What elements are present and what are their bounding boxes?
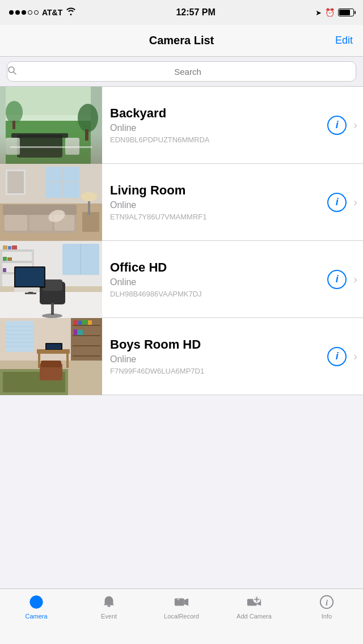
camera-list: Backyard Online EDN9BL6PDPUZTN6MMRDA i ›: [0, 87, 363, 395]
camera-actions-backyard: i ›: [327, 116, 363, 135]
location-icon: ➤: [315, 9, 322, 17]
camera-name-office: Office HD: [110, 260, 319, 275]
svg-rect-15: [85, 129, 88, 141]
camera-id-office: DLH98B46986VAAPMK7DJ: [110, 290, 319, 298]
nav-bar: Camera List Edit: [0, 25, 363, 57]
svg-rect-6: [0, 87, 6, 164]
svg-rect-43: [12, 245, 17, 249]
camera-thumb-livingroom: [0, 164, 102, 241]
svg-point-13: [78, 104, 98, 132]
svg-rect-88: [47, 344, 61, 349]
svg-rect-77: [74, 329, 77, 335]
search-bar[interactable]: [7, 61, 356, 82]
camera-info-office: Office HD Online DLH98B46986VAAPMK7DJ: [102, 253, 327, 305]
battery-icon: [338, 9, 354, 16]
svg-rect-10: [11, 133, 68, 138]
camera-id-backyard: EDN9BL6PDPUZTN6MMRDA: [110, 135, 319, 144]
svg-rect-37: [0, 261, 34, 263]
svg-rect-9: [17, 135, 62, 158]
camera-info-backyard: Backyard Online EDN9BL6PDPUZTN6MMRDA: [102, 99, 327, 151]
info-button-livingroom[interactable]: i: [327, 193, 347, 212]
svg-rect-8: [6, 121, 91, 164]
camera-item-livingroom[interactable]: Living Room Online ETN9AL7Y86U7VMAMMRF1 …: [0, 164, 363, 241]
empty-area: [0, 395, 363, 541]
svg-point-97: [178, 598, 180, 600]
svg-rect-61: [6, 321, 34, 352]
svg-rect-75: [82, 320, 87, 325]
camera-item-boysroom[interactable]: Boys Room HD Online F7N99F46DW6LUA6MP7D1…: [0, 318, 363, 395]
svg-rect-70: [73, 335, 100, 336]
camera-item-backyard[interactable]: Backyard Online EDN9BL6PDPUZTN6MMRDA i ›: [0, 87, 363, 164]
clock-icon: ⏰: [325, 8, 335, 17]
svg-rect-78: [78, 330, 83, 335]
svg-point-92: [35, 600, 38, 604]
tab-localrecord[interactable]: LocalRecord: [145, 594, 218, 620]
edit-button[interactable]: Edit: [335, 35, 353, 46]
svg-point-14: [6, 101, 23, 124]
svg-rect-41: [3, 245, 7, 249]
svg-text:i: i: [326, 598, 328, 607]
svg-rect-95: [175, 598, 184, 605]
svg-rect-56: [14, 287, 40, 292]
svg-rect-12: [65, 138, 79, 155]
camera-actions-office: i ›: [327, 270, 363, 289]
tab-info[interactable]: i Info: [290, 594, 363, 620]
svg-marker-96: [184, 598, 188, 605]
camera-thumb-boysroom: [0, 318, 102, 395]
svg-line-1: [14, 72, 16, 74]
chevron-backyard: ›: [353, 118, 357, 132]
svg-rect-86: [41, 361, 61, 367]
signal-dots: [9, 10, 39, 15]
svg-rect-31: [82, 212, 99, 232]
info-tab-icon: i: [318, 594, 335, 611]
svg-rect-50: [51, 303, 54, 315]
camera-actions-boysroom: i ›: [327, 347, 363, 366]
carrier-label: AT&T: [42, 8, 62, 17]
svg-rect-73: [74, 320, 78, 325]
event-tab-label: Event: [101, 613, 117, 620]
localrecord-tab-icon: [173, 594, 190, 611]
svg-rect-74: [78, 321, 82, 325]
camera-actions-livingroom: i ›: [327, 193, 363, 212]
wifi-icon: [66, 7, 76, 18]
svg-rect-23: [7, 171, 24, 193]
tab-addcamera[interactable]: Add Camera: [218, 594, 290, 620]
dot-3: [22, 10, 26, 15]
camera-tab-label: Camera: [25, 613, 47, 620]
camera-name-boysroom: Boys Room HD: [110, 337, 319, 352]
chevron-office: ›: [353, 273, 357, 286]
camera-status-backyard: Online: [110, 123, 319, 133]
svg-rect-53: [15, 268, 44, 286]
svg-rect-76: [88, 320, 92, 325]
svg-rect-72: [73, 355, 100, 357]
svg-point-94: [108, 596, 110, 599]
camera-thumb-office: [0, 241, 102, 318]
tab-camera[interactable]: Camera: [0, 594, 73, 620]
info-button-boysroom[interactable]: i: [327, 347, 347, 366]
svg-rect-26: [3, 205, 77, 215]
camera-status-office: Online: [110, 277, 319, 287]
search-input[interactable]: [20, 67, 356, 77]
camera-info-livingroom: Living Room Online ETN9AL7Y86U7VMAMMRF1: [102, 176, 327, 228]
info-button-office[interactable]: i: [327, 270, 347, 289]
svg-rect-93: [107, 605, 111, 607]
status-right: ➤ ⏰: [315, 8, 354, 17]
camera-info-boysroom: Boys Room HD Online F7N99F46DW6LUA6MP7D1: [102, 331, 327, 382]
addcamera-tab-icon: [246, 594, 263, 611]
tab-event[interactable]: Event: [73, 594, 145, 620]
svg-rect-11: [6, 138, 20, 155]
svg-rect-84: [66, 354, 69, 368]
search-bar-container: [0, 57, 363, 87]
tab-bar: Camera Event LocalRecord: [0, 588, 363, 644]
status-bar: AT&T 12:57 PM ➤ ⏰: [0, 0, 363, 25]
svg-rect-71: [73, 345, 100, 346]
page-title: Camera List: [149, 34, 214, 47]
svg-rect-36: [0, 249, 34, 252]
status-left: AT&T: [9, 7, 76, 18]
camera-status-boysroom: Online: [110, 354, 319, 365]
svg-rect-49: [43, 279, 62, 291]
dot-2: [15, 10, 20, 15]
svg-rect-45: [7, 257, 12, 261]
camera-item-office[interactable]: Office HD Online DLH98B46986VAAPMK7DJ i …: [0, 241, 363, 318]
info-button-backyard[interactable]: i: [327, 116, 347, 135]
